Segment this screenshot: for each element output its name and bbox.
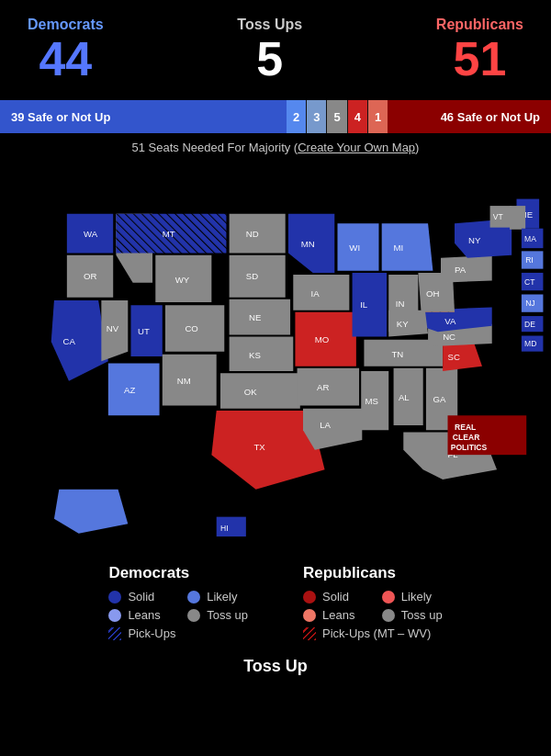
- dem-label: Democrats: [28, 17, 104, 33]
- svg-text:SD: SD: [246, 272, 258, 282]
- solid-rep-dot: [303, 591, 316, 604]
- rep-legend: Republicans Solid Likely Leans Toss up: [303, 564, 443, 640]
- svg-text:NY: NY: [468, 235, 481, 245]
- toss-section: Toss Ups 5: [237, 17, 302, 85]
- state-mi: [382, 224, 433, 271]
- svg-text:CLEAR: CLEAR: [453, 433, 480, 442]
- likely-rep-dot: [382, 591, 395, 604]
- toss-label: Toss Ups: [237, 17, 302, 33]
- rep-safe-bar: 46 Safe or Not Up: [388, 100, 551, 133]
- tossup-section: Toss Up: [0, 657, 551, 676]
- svg-text:MN: MN: [301, 239, 315, 249]
- svg-text:PA: PA: [455, 265, 467, 275]
- rep-legend-title: Republicans: [303, 564, 443, 582]
- dem-safe-bar: 39 Safe or Not Up: [0, 100, 287, 133]
- svg-text:AL: AL: [399, 392, 410, 402]
- svg-text:KS: KS: [249, 350, 261, 360]
- state-pa: [441, 255, 492, 283]
- svg-text:AZ: AZ: [124, 385, 135, 395]
- svg-text:TN: TN: [391, 349, 403, 359]
- svg-text:CA: CA: [63, 336, 76, 346]
- svg-text:IL: IL: [360, 300, 368, 310]
- state-nh: [510, 206, 525, 230]
- legend-tossup-dem: Toss up: [187, 608, 248, 622]
- svg-text:VT: VT: [493, 212, 504, 221]
- svg-text:ND: ND: [246, 230, 259, 240]
- svg-text:AR: AR: [317, 383, 329, 393]
- svg-text:RI: RI: [525, 255, 534, 265]
- svg-text:NV: NV: [107, 323, 119, 333]
- svg-text:LA: LA: [320, 420, 331, 430]
- svg-text:CO: CO: [185, 323, 198, 333]
- svg-text:HI: HI: [220, 524, 229, 533]
- svg-text:MD: MD: [524, 339, 536, 348]
- legend-likely-dem: Likely: [187, 590, 248, 604]
- seg-4: 4: [348, 100, 367, 133]
- legend-solid-rep: Solid: [303, 590, 364, 604]
- svg-text:NM: NM: [177, 376, 191, 386]
- leans-dem-dot: [108, 609, 121, 622]
- svg-text:TX: TX: [253, 442, 265, 452]
- legend-leans-rep: Leans: [303, 608, 364, 622]
- score-header: Democrats 44 Toss Ups 5 Republicans 51: [0, 0, 551, 95]
- svg-text:WY: WY: [175, 275, 190, 285]
- svg-text:OH: OH: [426, 288, 439, 299]
- state-il: [353, 273, 388, 337]
- tossup-rep-dot: [382, 609, 395, 622]
- rep-label: Republicans: [436, 17, 523, 33]
- rep-section: Republicans 51: [436, 17, 523, 85]
- solid-dem-dot: [108, 591, 121, 604]
- majority-text: 51 Seats Needed For Majority (Create You…: [0, 141, 551, 154]
- dem-legend: Democrats Solid Likely Leans Toss up: [108, 564, 248, 640]
- svg-text:NE: NE: [249, 313, 261, 323]
- svg-text:NC: NC: [443, 332, 455, 342]
- svg-text:KY: KY: [397, 319, 409, 329]
- svg-text:MO: MO: [315, 334, 330, 344]
- seg-2: 3: [307, 100, 326, 133]
- svg-text:MS: MS: [365, 397, 378, 407]
- legend-tossup-rep: Toss up: [382, 608, 443, 622]
- toss-count: 5: [237, 33, 302, 85]
- svg-text:POLITICS: POLITICS: [451, 443, 488, 452]
- seg-3: 5: [327, 100, 346, 133]
- svg-text:MT: MT: [163, 230, 175, 240]
- leans-rep-dot: [303, 609, 316, 622]
- toss-segs: 2 3 5 4 1: [287, 100, 388, 133]
- svg-text:IA: IA: [311, 288, 320, 299]
- dem-section: Democrats 44: [28, 17, 104, 85]
- svg-text:GA: GA: [433, 395, 445, 405]
- us-map: WA OR CA NV ID MT WY: [0, 164, 551, 549]
- state-ok: [220, 373, 300, 409]
- svg-text:OR: OR: [84, 272, 96, 282]
- svg-text:CT: CT: [524, 277, 535, 287]
- create-map-link[interactable]: Create Your Own Map: [298, 141, 415, 154]
- legend-leans-dem: Leans: [108, 608, 169, 622]
- dem-legend-title: Democrats: [108, 564, 248, 582]
- legend-pickup-rep: Pick-Ups (MT – WV): [303, 626, 443, 640]
- svg-text:NJ: NJ: [525, 299, 534, 309]
- svg-text:IN: IN: [396, 299, 405, 310]
- seat-bar: 39 Safe or Not Up 2 3 5 4 1 46 Safe or N…: [0, 100, 551, 133]
- svg-text:MI: MI: [394, 243, 404, 254]
- svg-text:UT: UT: [138, 327, 150, 337]
- seg-1: 2: [287, 100, 306, 133]
- legend-pickup-dem: Pick-Ups: [108, 626, 248, 640]
- tossup-label: Toss Up: [243, 657, 308, 675]
- pickup-dem-icon: [108, 627, 121, 640]
- svg-text:OK: OK: [244, 387, 257, 397]
- seg-5: 1: [368, 100, 388, 133]
- dem-count: 44: [28, 33, 104, 85]
- svg-text:WI: WI: [349, 243, 360, 254]
- rep-count: 51: [436, 33, 523, 85]
- state-ks: [230, 337, 294, 372]
- pickup-rep-icon: [303, 627, 316, 640]
- svg-text:REAL: REAL: [455, 423, 476, 433]
- svg-text:VA: VA: [444, 316, 456, 326]
- svg-text:SC: SC: [447, 352, 459, 362]
- legend-likely-rep: Likely: [382, 590, 443, 604]
- likely-dem-dot: [187, 591, 200, 604]
- legend-solid-dem: Solid: [108, 590, 169, 604]
- state-ia: [293, 275, 349, 310]
- svg-text:MA: MA: [524, 234, 536, 243]
- svg-text:WA: WA: [84, 230, 98, 240]
